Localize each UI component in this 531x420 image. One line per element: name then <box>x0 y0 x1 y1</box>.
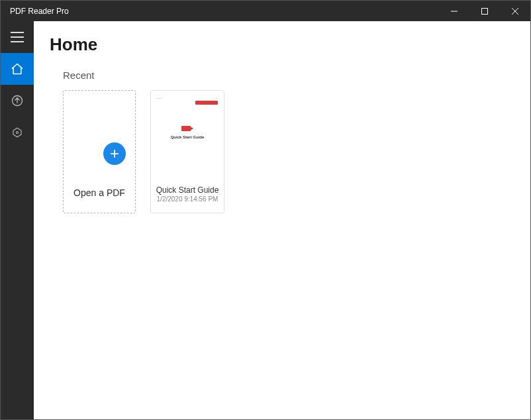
title-bar: PDF Reader Pro <box>0 0 531 21</box>
svg-rect-0 <box>482 8 488 14</box>
section-recent-title: Recent <box>34 60 530 86</box>
plus-icon: + <box>103 142 126 165</box>
open-pdf-tile[interactable]: + Open a PDF <box>63 90 136 213</box>
pdf-app-icon <box>181 125 193 132</box>
sidebar-item-home[interactable] <box>1 53 34 85</box>
document-icon <box>84 109 115 148</box>
file-name: Quick Start Guide <box>156 185 219 195</box>
file-date: 1/2/2020 9:14:56 PM <box>157 195 218 203</box>
file-thumbnail: ——— Quick Start Guide <box>151 91 224 176</box>
thumbnail-title: Quick Start Guide <box>171 135 205 139</box>
svg-marker-2 <box>13 128 21 137</box>
recent-cards-row: + Open a PDF ——— Quick Start Guide Quick… <box>34 86 530 213</box>
minimize-button[interactable] <box>439 1 469 22</box>
file-caption: Quick Start Guide 1/2/2020 9:14:56 PM <box>154 176 222 213</box>
recent-file-tile[interactable]: ——— Quick Start Guide Quick Start Guide … <box>150 90 224 213</box>
main-content: Home Recent + Open a PDF ——— <box>34 21 530 419</box>
svg-point-3 <box>17 132 19 134</box>
sidebar-item-settings[interactable] <box>1 117 34 148</box>
hamburger-icon <box>11 32 24 42</box>
hexagon-icon <box>11 127 23 138</box>
open-pdf-label: Open a PDF <box>73 187 125 198</box>
hamburger-menu-button[interactable] <box>1 21 34 53</box>
page-title: Home <box>34 21 530 60</box>
window-title: PDF Reader Pro <box>1 7 69 16</box>
sidebar-item-upload[interactable] <box>1 85 34 117</box>
sidebar <box>1 21 34 419</box>
upload-icon <box>11 94 24 107</box>
home-icon <box>11 62 24 76</box>
close-button[interactable] <box>500 1 530 22</box>
maximize-button[interactable] <box>469 1 500 22</box>
